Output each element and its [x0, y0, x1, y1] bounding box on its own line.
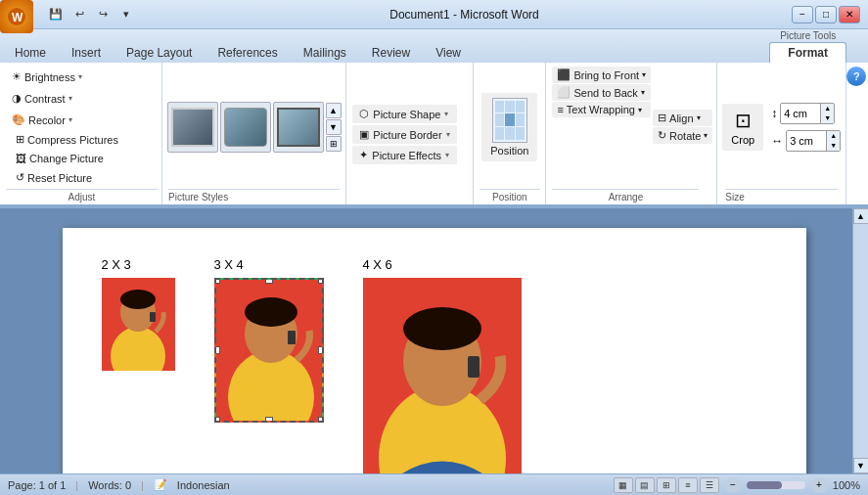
- zoom-in-button[interactable]: +: [811, 477, 827, 493]
- width-input-wrap: ▲ ▼: [786, 130, 841, 152]
- height-up-spinner[interactable]: ▲: [820, 104, 834, 113]
- save-button[interactable]: 💾: [45, 4, 67, 25]
- photo-medium[interactable]: [214, 278, 324, 423]
- crop-button[interactable]: ⊡ Crop: [722, 104, 763, 151]
- brightness-button[interactable]: ☀ Brightness ▾: [6, 68, 88, 86]
- format-tab[interactable]: Format: [769, 42, 846, 63]
- review-tab[interactable]: Review: [359, 42, 423, 63]
- style-thumb-1[interactable]: [167, 102, 218, 153]
- vertical-scrollbar[interactable]: ▲ ▼: [852, 208, 868, 473]
- redo-button[interactable]: ↪: [92, 4, 114, 25]
- scroll-up-button[interactable]: ▲: [853, 208, 869, 224]
- gallery-arrows: ▲ ▼ ⊞: [326, 103, 342, 152]
- handle-tm[interactable]: [265, 278, 273, 284]
- word-count: Words: 0: [88, 479, 131, 491]
- handle-mr[interactable]: [318, 346, 324, 354]
- contrast-button[interactable]: ◑ Contrast ▾: [6, 89, 78, 108]
- svg-rect-11: [288, 331, 296, 344]
- insert-tab[interactable]: Insert: [59, 42, 114, 63]
- app-window: W 💾 ↩ ↪ ▾ Document1 - Microsoft Word − □…: [0, 0, 868, 495]
- style-thumb-3[interactable]: [273, 102, 324, 153]
- print-layout-button[interactable]: ▦: [614, 477, 633, 493]
- text-wrapping-button[interactable]: ≡ Text Wrapping ▾: [552, 102, 651, 117]
- width-icon: ↔: [771, 134, 783, 148]
- handle-bl[interactable]: [214, 417, 220, 423]
- recolor-icon: 🎨: [12, 113, 25, 126]
- help-button[interactable]: ?: [846, 67, 866, 86]
- picture-border-icon: ▣: [359, 128, 369, 141]
- scroll-down-button[interactable]: ▼: [853, 458, 869, 473]
- photo-medium-svg: [216, 280, 324, 423]
- align-button[interactable]: ⊟ Align ▾: [653, 110, 712, 126]
- recolor-dropdown-arrow: ▾: [69, 115, 72, 124]
- view-buttons: ▦ ▤ ⊞ ≡ ☰: [614, 477, 719, 493]
- recolor-button[interactable]: 🎨 Recolor ▾: [6, 111, 78, 129]
- picture-effects-icon: ✦: [359, 149, 368, 161]
- height-down-spinner[interactable]: ▼: [820, 113, 834, 123]
- office-button[interactable]: W: [0, 0, 33, 33]
- undo-button[interactable]: ↩: [69, 4, 90, 25]
- width-input[interactable]: [787, 134, 826, 148]
- handle-bm[interactable]: [265, 417, 273, 423]
- gallery-down-arrow[interactable]: ▼: [326, 119, 342, 135]
- help-area: ?: [846, 63, 868, 204]
- height-input[interactable]: [781, 107, 820, 120]
- qat-dropdown-button[interactable]: ▾: [115, 4, 137, 25]
- text-wrap-dropdown: ▾: [638, 106, 642, 114]
- page-layout-tab[interactable]: Page Layout: [114, 42, 205, 63]
- svg-point-10: [245, 297, 297, 327]
- title-bar: W 💾 ↩ ↪ ▾ Document1 - Microsoft Word − □…: [0, 0, 868, 29]
- handle-tr[interactable]: [318, 278, 324, 284]
- adjust-label: Adjust: [6, 189, 158, 202]
- position-button[interactable]: Position: [481, 93, 537, 161]
- picture-border-button[interactable]: ▣ Picture Border ▾: [352, 125, 456, 144]
- language-indicator[interactable]: Indonesian: [177, 479, 230, 491]
- send-to-back-button[interactable]: ⬜ Send to Back ▾: [552, 84, 651, 101]
- change-picture-button[interactable]: 🖼 Change Picture: [10, 150, 110, 167]
- gallery-more-button[interactable]: ⊞: [326, 136, 342, 152]
- svg-rect-6: [150, 312, 156, 322]
- gallery-up-arrow[interactable]: ▲: [326, 103, 342, 118]
- main-content: 2 X 3: [0, 208, 868, 473]
- handle-tl[interactable]: [214, 278, 220, 284]
- photo-small[interactable]: [102, 278, 175, 371]
- close-button[interactable]: ✕: [839, 6, 860, 23]
- rotate-button[interactable]: ↻ Rotate ▾: [653, 127, 712, 144]
- draft-button[interactable]: ☰: [700, 477, 719, 493]
- full-screen-button[interactable]: ▤: [635, 477, 655, 493]
- home-tab[interactable]: Home: [2, 42, 59, 63]
- position-group: Position Position: [474, 63, 546, 204]
- zoom-track[interactable]: [747, 481, 805, 489]
- handle-br[interactable]: [318, 417, 324, 423]
- web-layout-button[interactable]: ⊞: [657, 477, 676, 493]
- zoom-out-button[interactable]: −: [725, 477, 741, 493]
- outline-button[interactable]: ≡: [678, 477, 698, 493]
- spell-check-icon[interactable]: 📝: [154, 478, 167, 491]
- references-tab[interactable]: References: [205, 42, 290, 63]
- picture-shape-button[interactable]: ⬡ Picture Shape ▾: [352, 105, 456, 123]
- reset-picture-button[interactable]: ↺ Reset Picture: [10, 168, 98, 187]
- send-back-dropdown: ▾: [641, 88, 645, 97]
- photo-large[interactable]: [363, 278, 522, 473]
- align-dropdown: ▾: [697, 113, 701, 122]
- width-up-spinner[interactable]: ▲: [826, 131, 840, 141]
- picture-tools-label: Picture Tools: [772, 29, 844, 42]
- bring-to-front-button[interactable]: ⬛ Bring to Front ▾: [552, 67, 651, 83]
- handle-ml[interactable]: [214, 346, 220, 354]
- rotate-icon: ↻: [658, 129, 666, 142]
- view-tab[interactable]: View: [423, 42, 474, 63]
- size-label: Size: [725, 189, 838, 202]
- minimize-button[interactable]: −: [792, 6, 813, 23]
- arrange-label: Arrange: [552, 189, 699, 202]
- mailings-tab[interactable]: Mailings: [291, 42, 359, 63]
- align-icon: ⊟: [658, 112, 666, 124]
- compress-pictures-button[interactable]: ⊞ Compress Pictures: [10, 130, 124, 149]
- quick-access-toolbar: 💾 ↩ ↪ ▾: [45, 4, 137, 25]
- width-down-spinner[interactable]: ▼: [826, 141, 840, 151]
- contrast-icon: ◑: [12, 92, 22, 105]
- style-thumb-2[interactable]: [220, 102, 271, 153]
- maximize-button[interactable]: □: [815, 6, 837, 23]
- adjust-group: ☀ Brightness ▾ ◑ Contrast ▾: [0, 63, 162, 204]
- picture-effects-button[interactable]: ✦ Picture Effects ▾: [352, 146, 456, 164]
- zoom-fill: [747, 481, 782, 489]
